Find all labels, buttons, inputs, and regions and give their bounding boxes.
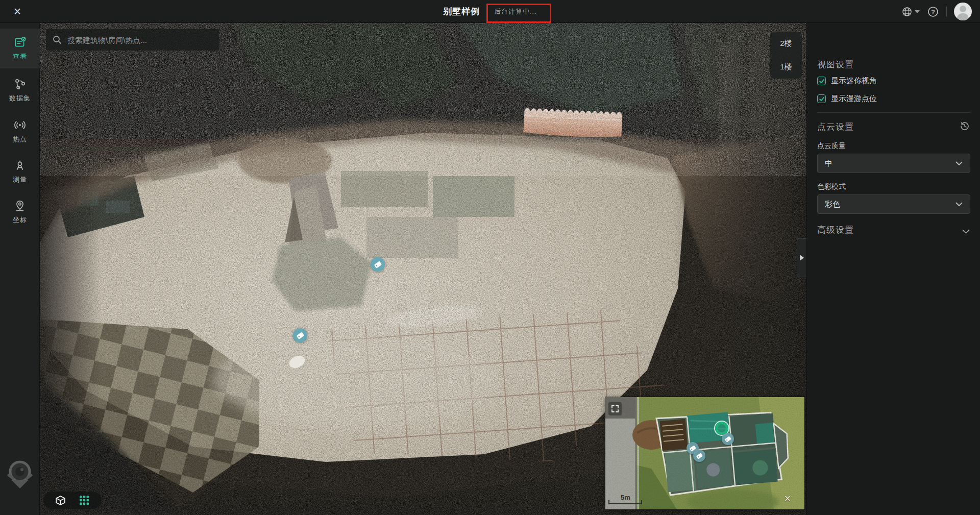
sidebar-item-coordinate[interactable]: 坐标 bbox=[0, 192, 40, 232]
hotspot-marker[interactable] bbox=[293, 328, 307, 342]
view-mode-toggle bbox=[43, 492, 102, 509]
topbar: × 别墅样例 | 后台计算中... ? bbox=[0, 0, 980, 23]
view-settings-title: 视图设置 bbox=[817, 59, 854, 70]
measure-icon bbox=[13, 159, 27, 172]
caret-down-icon bbox=[915, 10, 920, 13]
search-box[interactable] bbox=[46, 29, 219, 51]
topbar-actions: ? bbox=[901, 0, 972, 23]
reset-history-icon[interactable] bbox=[960, 121, 970, 133]
model-view-button[interactable] bbox=[54, 494, 67, 507]
svg-text:?: ? bbox=[931, 8, 935, 15]
sidebar-item-dataset[interactable]: 数据集 bbox=[0, 70, 40, 110]
globe-icon bbox=[901, 6, 913, 17]
color-mode-select[interactable]: 彩色 bbox=[817, 194, 970, 214]
color-mode-label: 色彩模式 bbox=[817, 182, 846, 191]
minimap-hotspot-marker[interactable] bbox=[722, 433, 734, 445]
search-input[interactable] bbox=[67, 36, 213, 44]
expand-icon bbox=[611, 405, 619, 413]
tag-icon bbox=[371, 257, 385, 272]
building-model-icon bbox=[55, 495, 66, 506]
page-title: 别墅样例 bbox=[443, 6, 480, 17]
app-watermark-logo bbox=[3, 457, 37, 493]
avatar[interactable] bbox=[954, 3, 972, 20]
dataset-icon bbox=[13, 78, 27, 91]
help-icon: ? bbox=[927, 6, 939, 18]
search-icon bbox=[52, 35, 62, 45]
floor-option-1[interactable]: 1楼 bbox=[770, 55, 802, 79]
minimap-hotspot-marker[interactable] bbox=[693, 450, 705, 462]
hotspot-signal-icon bbox=[13, 118, 27, 132]
minimap-close-button[interactable]: × bbox=[781, 493, 794, 505]
pointcloud-settings-title: 点云设置 bbox=[817, 121, 854, 133]
tag-icon bbox=[722, 433, 734, 445]
tag-icon bbox=[693, 450, 705, 462]
chevron-down-icon[interactable] bbox=[962, 227, 970, 236]
settings-panel: 视图设置 显示迷你视角 显示漫游点位 点云设置 点云质量 中 色彩模式 彩色 bbox=[806, 23, 980, 515]
quality-select[interactable]: 中 bbox=[817, 154, 970, 173]
view-board-icon bbox=[13, 36, 27, 49]
quality-label: 点云质量 bbox=[817, 141, 846, 151]
checkbox-show-roam-points[interactable]: 显示漫游点位 bbox=[817, 94, 877, 104]
minimap-scale-bar bbox=[608, 500, 642, 504]
sidebar-item-hotspot[interactable]: 热点 bbox=[0, 111, 40, 151]
sidebar: 查看 数据集 热点 测量 坐标 bbox=[0, 23, 40, 515]
panel-collapse-tab[interactable] bbox=[797, 238, 806, 277]
minimap-expand-button[interactable] bbox=[608, 402, 622, 415]
sidebar-item-view[interactable]: 查看 bbox=[0, 29, 40, 68]
sidebar-item-measure[interactable]: 测量 bbox=[0, 152, 40, 191]
checkbox-show-mini-view[interactable]: 显示迷你视角 bbox=[817, 76, 877, 86]
language-button[interactable] bbox=[901, 6, 920, 17]
floor-selector: 2楼 1楼 bbox=[770, 31, 802, 79]
minimap[interactable]: 5m × bbox=[605, 397, 804, 509]
pointcloud-view-button[interactable] bbox=[78, 494, 91, 507]
chevron-right-icon bbox=[800, 255, 804, 261]
checkbox-checked-icon bbox=[817, 94, 826, 103]
help-button[interactable]: ? bbox=[927, 6, 939, 18]
title-group: 别墅样例 | 后台计算中... bbox=[443, 0, 536, 23]
checkbox-checked-icon bbox=[817, 77, 826, 85]
chevron-down-icon bbox=[955, 161, 963, 166]
coordinate-pin-icon bbox=[13, 199, 27, 212]
advanced-settings-header[interactable]: 高级设置 bbox=[817, 224, 854, 236]
floor-option-2[interactable]: 2楼 bbox=[770, 32, 802, 55]
point-grid-icon bbox=[79, 495, 89, 505]
tag-icon bbox=[293, 328, 307, 342]
title-separator: | bbox=[486, 8, 488, 16]
topbar-divider bbox=[946, 7, 947, 17]
panel-divider bbox=[817, 112, 970, 113]
chevron-down-icon bbox=[955, 202, 963, 207]
hotspot-marker[interactable] bbox=[371, 257, 385, 272]
close-button[interactable]: × bbox=[9, 2, 26, 20]
status-text: 后台计算中... bbox=[494, 7, 537, 16]
